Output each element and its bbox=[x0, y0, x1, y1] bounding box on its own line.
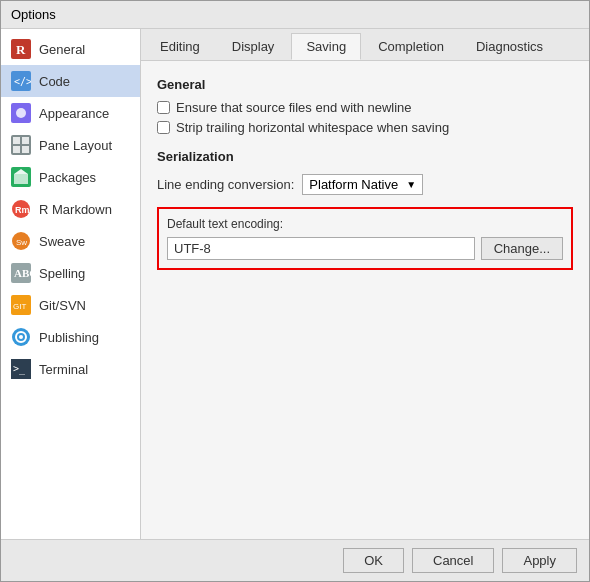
sidebar-item-pane-layout[interactable]: Pane Layout bbox=[1, 129, 140, 161]
sidebar-label-publishing: Publishing bbox=[39, 330, 99, 345]
tab-diagnostics[interactable]: Diagnostics bbox=[461, 33, 558, 60]
pane-icon bbox=[11, 135, 31, 155]
general-section-title: General bbox=[157, 77, 573, 92]
sidebar-label-pane: Pane Layout bbox=[39, 138, 112, 153]
svg-rect-9 bbox=[13, 146, 20, 153]
encoding-box: Default text encoding: Change... bbox=[157, 207, 573, 270]
checkbox-newline[interactable] bbox=[157, 101, 170, 114]
sidebar-label-sweave: Sweave bbox=[39, 234, 85, 249]
sidebar-label-code: Code bbox=[39, 74, 70, 89]
svg-rect-12 bbox=[14, 174, 28, 184]
tabs-bar: Editing Display Saving Completion Diagno… bbox=[141, 29, 589, 61]
sidebar: R General </> Code bbox=[1, 29, 141, 539]
svg-text:Rmd: Rmd bbox=[15, 205, 31, 215]
r-icon: R bbox=[11, 39, 31, 59]
sidebar-label-spelling: Spelling bbox=[39, 266, 85, 281]
sidebar-label-appearance: Appearance bbox=[39, 106, 109, 121]
cancel-button[interactable]: Cancel bbox=[412, 548, 494, 573]
line-ending-dropdown[interactable]: Platform Native ▼ bbox=[302, 174, 423, 195]
rmd-icon: Rmd bbox=[11, 199, 31, 219]
packages-icon bbox=[11, 167, 31, 187]
checkbox-whitespace[interactable] bbox=[157, 121, 170, 134]
tab-editing[interactable]: Editing bbox=[145, 33, 215, 60]
svg-point-5 bbox=[16, 108, 26, 118]
sidebar-item-publishing[interactable]: Publishing bbox=[1, 321, 140, 353]
svg-text:GIT: GIT bbox=[13, 302, 26, 311]
sidebar-label-rmd: R Markdown bbox=[39, 202, 112, 217]
svg-rect-10 bbox=[22, 146, 29, 153]
sidebar-item-git[interactable]: GIT Git/SVN bbox=[1, 289, 140, 321]
sidebar-item-rmarkdown[interactable]: Rmd R Markdown bbox=[1, 193, 140, 225]
sidebar-item-appearance[interactable]: Appearance bbox=[1, 97, 140, 129]
svg-text:ABC: ABC bbox=[14, 267, 31, 279]
spelling-icon: ABC bbox=[11, 263, 31, 283]
options-window: Options R General </> bbox=[0, 0, 590, 582]
main-panel: Editing Display Saving Completion Diagno… bbox=[141, 29, 589, 539]
svg-point-24 bbox=[19, 335, 23, 339]
panel-content: General Ensure that source files end wit… bbox=[141, 61, 589, 539]
sidebar-item-code[interactable]: </> Code bbox=[1, 65, 140, 97]
title-bar: Options bbox=[1, 1, 589, 29]
checkbox-row-whitespace: Strip trailing horizontal whitespace whe… bbox=[157, 120, 573, 135]
tab-display[interactable]: Display bbox=[217, 33, 290, 60]
svg-text:</>: </> bbox=[14, 76, 31, 87]
sidebar-item-terminal[interactable]: >_ Terminal bbox=[1, 353, 140, 385]
apply-button[interactable]: Apply bbox=[502, 548, 577, 573]
git-icon: GIT bbox=[11, 295, 31, 315]
tab-completion[interactable]: Completion bbox=[363, 33, 459, 60]
sidebar-item-spelling[interactable]: ABC Spelling bbox=[1, 257, 140, 289]
checkbox-row-newline: Ensure that source files end with newlin… bbox=[157, 100, 573, 115]
change-button[interactable]: Change... bbox=[481, 237, 563, 260]
sidebar-item-general[interactable]: R General bbox=[1, 33, 140, 65]
code-icon: </> bbox=[11, 71, 31, 91]
svg-rect-8 bbox=[22, 137, 29, 144]
appearance-icon bbox=[11, 103, 31, 123]
line-ending-value: Platform Native bbox=[309, 177, 398, 192]
sidebar-label-packages: Packages bbox=[39, 170, 96, 185]
ok-button[interactable]: OK bbox=[343, 548, 404, 573]
svg-text:Sw: Sw bbox=[16, 238, 27, 247]
publishing-icon bbox=[11, 327, 31, 347]
serialization-section-title: Serialization bbox=[157, 149, 573, 164]
sidebar-label-git: Git/SVN bbox=[39, 298, 86, 313]
checkbox-whitespace-label: Strip trailing horizontal whitespace whe… bbox=[176, 120, 449, 135]
dropdown-arrow-icon: ▼ bbox=[406, 179, 416, 190]
content-area: R General </> Code bbox=[1, 29, 589, 539]
footer: OK Cancel Apply bbox=[1, 539, 589, 581]
sweave-icon: Sw bbox=[11, 231, 31, 251]
checkbox-newline-label: Ensure that source files end with newlin… bbox=[176, 100, 412, 115]
line-ending-row: Line ending conversion: Platform Native … bbox=[157, 174, 573, 195]
encoding-label: Default text encoding: bbox=[167, 217, 563, 231]
svg-text:>_: >_ bbox=[13, 363, 26, 375]
sidebar-item-sweave[interactable]: Sw Sweave bbox=[1, 225, 140, 257]
sidebar-label-terminal: Terminal bbox=[39, 362, 88, 377]
svg-text:R: R bbox=[16, 42, 26, 57]
terminal-icon: >_ bbox=[11, 359, 31, 379]
tab-saving[interactable]: Saving bbox=[291, 33, 361, 60]
encoding-row: Change... bbox=[167, 237, 563, 260]
sidebar-item-packages[interactable]: Packages bbox=[1, 161, 140, 193]
sidebar-label-general: General bbox=[39, 42, 85, 57]
line-ending-label: Line ending conversion: bbox=[157, 177, 294, 192]
encoding-input[interactable] bbox=[167, 237, 475, 260]
svg-rect-7 bbox=[13, 137, 20, 144]
window-title: Options bbox=[11, 7, 56, 22]
